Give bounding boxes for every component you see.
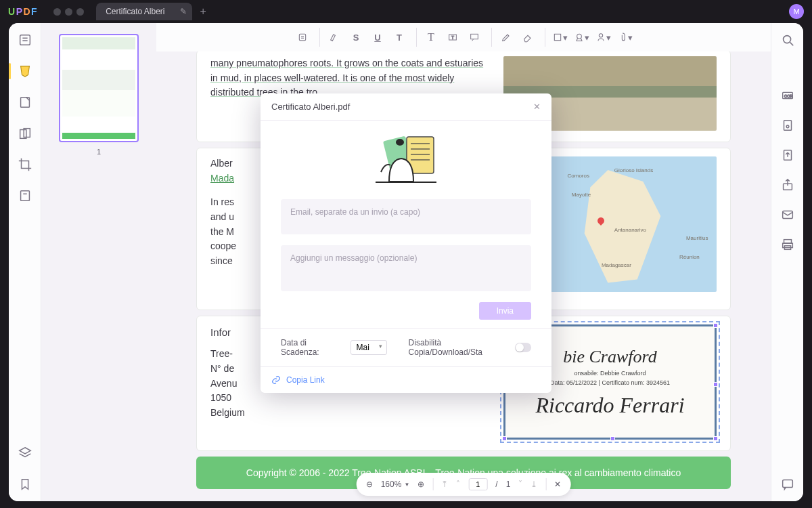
last-page-button[interactable]: ⤓ [531, 480, 537, 489]
svg-rect-29 [782, 480, 792, 488]
tab-title: Certificato Alberi [106, 7, 164, 16]
bookmark-icon[interactable] [18, 477, 32, 492]
page-tools-icon[interactable] [18, 126, 32, 141]
next-page-button[interactable]: ˅ [518, 480, 522, 489]
highlight-icon[interactable] [324, 28, 344, 47]
shape-icon[interactable]: ▾ [549, 28, 570, 47]
page-controls: ⊖ 160%▼ ⊕ ⤒ ˄ / 1 ˅ ⤓ ✕ [357, 473, 571, 496]
thumbnail-panel: 1 [41, 23, 156, 501]
copy-link-button[interactable]: Copia Link [286, 375, 325, 385]
annotation-toolbar: S U T T T ▾ ▾ ▾ ▾ [156, 23, 771, 51]
svg-point-16 [599, 34, 602, 37]
export-icon[interactable] [780, 148, 795, 163]
svg-rect-6 [20, 191, 29, 201]
svg-line-18 [790, 43, 793, 46]
chat-icon[interactable] [780, 477, 795, 492]
svg-rect-8 [299, 34, 305, 40]
svg-rect-14 [554, 34, 560, 40]
close-controls-button[interactable]: ✕ [554, 480, 561, 489]
underline-icon[interactable]: U [367, 28, 388, 47]
email-input[interactable] [281, 199, 531, 234]
close-dialog-button[interactable]: ✕ [533, 102, 541, 112]
comment-mode-icon[interactable] [18, 64, 32, 79]
right-toolbar: OCR [771, 23, 803, 501]
edit-mode-icon[interactable] [18, 95, 32, 110]
pencil-icon[interactable] [496, 28, 516, 47]
svg-rect-13 [471, 34, 478, 39]
title-bar: UPDF Certificato Alberi ✎ + M [0, 0, 812, 23]
squiggly-icon[interactable]: T [389, 28, 409, 47]
expiry-select[interactable]: Mai [351, 340, 387, 355]
page-input[interactable] [468, 478, 487, 490]
compress-icon[interactable] [780, 118, 795, 133]
share-illustration [281, 133, 531, 187]
zoom-in-button[interactable]: ⊕ [418, 480, 424, 489]
form-icon[interactable] [18, 188, 32, 203]
message-input[interactable] [281, 245, 531, 291]
layers-icon[interactable] [18, 446, 32, 461]
search-icon[interactable] [780, 33, 795, 47]
strikethrough-icon[interactable]: S [346, 28, 366, 47]
prev-page-button[interactable]: ˄ [456, 480, 460, 489]
svg-rect-25 [782, 211, 792, 219]
textbox-icon[interactable]: T [443, 28, 463, 47]
page-thumbnail[interactable] [59, 34, 139, 142]
user-avatar[interactable]: M [789, 4, 804, 19]
svg-rect-37 [376, 182, 436, 183]
share-icon[interactable] [780, 177, 795, 192]
attach-icon[interactable]: ▾ [614, 28, 635, 47]
first-page-button[interactable]: ⤒ [441, 480, 448, 489]
svg-point-36 [396, 139, 404, 146]
thumbnail-page-number: 1 [97, 148, 101, 156]
send-button[interactable]: Invia [479, 302, 531, 320]
app-logo: UPDF [8, 6, 37, 17]
svg-rect-0 [20, 35, 30, 45]
callout-icon[interactable] [464, 28, 484, 47]
svg-point-15 [577, 34, 581, 39]
ocr-icon[interactable]: OCR [780, 88, 795, 103]
crop-icon[interactable] [18, 157, 32, 172]
add-tab-button[interactable]: + [200, 5, 206, 18]
zoom-out-button[interactable]: ⊖ [366, 480, 373, 489]
svg-rect-26 [784, 240, 791, 244]
svg-point-22 [786, 125, 789, 128]
link-icon [271, 375, 281, 385]
eraser-icon[interactable] [518, 28, 538, 47]
left-toolbar [9, 23, 41, 501]
svg-text:T: T [451, 35, 454, 40]
print-icon[interactable] [780, 237, 795, 252]
sign-icon[interactable]: ▾ [593, 28, 613, 47]
reader-mode-icon[interactable] [18, 33, 32, 47]
svg-text:OCR: OCR [784, 94, 792, 98]
email-icon[interactable] [780, 207, 795, 222]
disable-copy-toggle[interactable] [515, 343, 531, 352]
svg-point-17 [783, 36, 790, 43]
stamp-icon[interactable]: ▾ [571, 28, 591, 47]
disable-copy-label: Disabilità Copia/Download/Sta [409, 338, 503, 357]
dialog-title: Certificato Alberi.pdf [271, 102, 350, 112]
text-icon[interactable]: T [421, 28, 441, 47]
note-icon[interactable] [292, 28, 313, 47]
window-controls[interactable] [53, 8, 84, 16]
share-dialog: Certificato Alberi.pdf ✕ [261, 93, 551, 393]
document-tab[interactable]: Certificato Alberi ✎ [96, 3, 191, 20]
edit-tab-icon[interactable]: ✎ [180, 7, 187, 16]
expiry-label: Data di Scadenza: [281, 338, 338, 357]
